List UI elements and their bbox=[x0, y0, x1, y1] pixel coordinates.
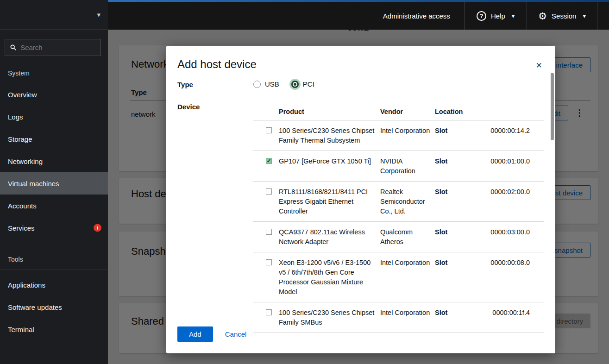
col-product: Product bbox=[279, 108, 380, 115]
search-icon bbox=[10, 44, 16, 51]
device-table: Product Vendor Location 100 Series/C230 … bbox=[253, 102, 544, 333]
dialog-footer: Add Cancel bbox=[177, 326, 246, 342]
nav-section-tools: Tools bbox=[0, 251, 108, 270]
warning-badge-icon: ! bbox=[94, 224, 101, 232]
administrative-access-label: Administrative access bbox=[383, 12, 450, 20]
device-checkbox-checked[interactable]: ✓ bbox=[266, 158, 272, 164]
device-row: 100 Series/C230 Series Chipset Family Th… bbox=[253, 120, 544, 151]
dialog-title: Add host device bbox=[166, 46, 555, 71]
type-label: Type bbox=[177, 80, 253, 88]
sidebar-item-services[interactable]: Services ! bbox=[0, 217, 108, 239]
device-vendor: Qualcomm Atheros bbox=[380, 227, 435, 247]
masthead-end-divider bbox=[597, 2, 609, 30]
session-label: Session bbox=[552, 12, 576, 20]
device-checkbox[interactable] bbox=[266, 309, 272, 315]
sidebar-item-label: Virtual machines bbox=[8, 180, 59, 188]
host-switcher[interactable]: ▾ bbox=[0, 0, 108, 30]
sidebar: ▾ System Overview Logs Storage Networkin… bbox=[0, 0, 108, 364]
sidebar-item-applications[interactable]: Applications bbox=[0, 274, 108, 296]
type-radio-group: USB PCI bbox=[253, 80, 544, 88]
device-vendor: NVIDIA Corporation bbox=[380, 157, 435, 176]
device-location: Slot 0000:02:00.0 bbox=[435, 187, 544, 216]
device-location: Slot 0000:00:14.2 bbox=[435, 126, 544, 145]
sidebar-item-terminal[interactable]: Terminal bbox=[0, 318, 108, 340]
device-vendor: Intel Corporation bbox=[380, 258, 435, 297]
device-checkbox[interactable] bbox=[266, 229, 272, 235]
close-icon[interactable]: ✕ bbox=[536, 61, 542, 70]
sidebar-item-label: Overview bbox=[8, 91, 37, 99]
device-location: Slot 0000:00:08.0 bbox=[435, 258, 544, 297]
add-button[interactable]: Add bbox=[177, 326, 213, 342]
chevron-down-icon: ▾ bbox=[512, 13, 515, 19]
masthead: Administrative access ? Help ▾ ⚙ Session… bbox=[108, 0, 609, 30]
gear-icon: ⚙ bbox=[538, 11, 547, 21]
sidebar-item-label: Storage bbox=[8, 135, 32, 143]
device-vendor: Intel Corporation bbox=[380, 126, 435, 145]
device-row: Xeon E3-1200 v5/v6 / E3-1500 v5 / 6th/7t… bbox=[253, 252, 544, 302]
radio-pci-label: PCI bbox=[303, 80, 314, 88]
col-location: Location bbox=[435, 108, 544, 115]
device-checkbox[interactable] bbox=[266, 259, 272, 265]
device-vendor: Realtek Semiconductor Co., Ltd. bbox=[380, 187, 435, 216]
sidebar-item-storage[interactable]: Storage bbox=[0, 128, 108, 150]
col-vendor: Vendor bbox=[380, 108, 435, 115]
search-input[interactable] bbox=[20, 44, 95, 51]
device-label: Device bbox=[177, 102, 253, 111]
sidebar-nav: System Overview Logs Storage Networking … bbox=[0, 65, 108, 340]
modal-scrollbar-thumb[interactable] bbox=[551, 73, 554, 140]
sidebar-item-overview[interactable]: Overview bbox=[0, 83, 108, 106]
help-icon: ? bbox=[477, 11, 486, 21]
sidebar-item-label: Applications bbox=[8, 281, 45, 289]
device-product: Xeon E3-1200 v5/v6 / E3-1500 v5 / 6th/7t… bbox=[279, 258, 380, 297]
nav-divider bbox=[0, 270, 108, 270]
session-menu[interactable]: ⚙ Session ▾ bbox=[527, 2, 597, 30]
device-row: QCA9377 802.11ac Wireless Network Adapte… bbox=[253, 222, 544, 252]
search-box bbox=[5, 39, 101, 56]
sidebar-item-label: Services bbox=[8, 224, 35, 232]
device-location: Slot 0000:03:00.0 bbox=[435, 227, 544, 247]
chevron-down-icon: ▾ bbox=[583, 13, 586, 19]
sidebar-item-label: Accounts bbox=[8, 202, 37, 210]
sidebar-item-label: Logs bbox=[8, 113, 23, 121]
sidebar-item-virtual-machines[interactable]: Virtual machines bbox=[0, 172, 108, 195]
sidebar-item-label: Networking bbox=[8, 157, 43, 165]
add-host-device-dialog: ✕ Add host device Type USB PCI Device bbox=[166, 46, 555, 353]
sidebar-item-software-updates[interactable]: Software updates bbox=[0, 296, 108, 318]
device-row: 100 Series/C230 Series Chipset Family SM… bbox=[253, 302, 544, 333]
device-row: RTL8111/8168/8211/8411 PCI Express Gigab… bbox=[253, 182, 544, 222]
help-label: Help bbox=[491, 12, 505, 20]
device-table-header: Product Vendor Location bbox=[253, 102, 544, 120]
device-product: 100 Series/C230 Series Chipset Family Th… bbox=[279, 126, 380, 145]
sidebar-item-label: Software updates bbox=[8, 303, 62, 311]
administrative-access-button[interactable]: Administrative access bbox=[369, 2, 464, 30]
radio-usb-circle[interactable] bbox=[253, 81, 261, 88]
device-location: Slot 0000:01:00.0 bbox=[435, 157, 544, 176]
radio-usb-label: USB bbox=[265, 80, 279, 88]
sidebar-item-networking[interactable]: Networking bbox=[0, 150, 108, 172]
help-menu[interactable]: ? Help ▾ bbox=[464, 2, 527, 30]
sidebar-item-label: Terminal bbox=[8, 326, 34, 333]
device-checkbox[interactable] bbox=[266, 127, 272, 133]
sidebar-item-accounts[interactable]: Accounts bbox=[0, 195, 108, 217]
cancel-button[interactable]: Cancel bbox=[225, 330, 247, 338]
device-vendor: Intel Corporation bbox=[380, 308, 435, 327]
nav-section-system: System bbox=[0, 65, 108, 83]
device-product: GP107 [GeForce GTX 1050 Ti] bbox=[279, 157, 380, 176]
chevron-down-icon: ▾ bbox=[97, 11, 100, 19]
device-location: Slot 0000:00:1f.4 bbox=[435, 308, 544, 327]
device-checkbox[interactable] bbox=[266, 188, 272, 195]
radio-usb[interactable]: USB bbox=[253, 80, 279, 88]
device-product: QCA9377 802.11ac Wireless Network Adapte… bbox=[279, 227, 380, 247]
device-product: 100 Series/C230 Series Chipset Family SM… bbox=[279, 308, 380, 327]
radio-pci-circle[interactable] bbox=[291, 81, 299, 88]
device-row: ✓ GP107 [GeForce GTX 1050 Ti] NVIDIA Cor… bbox=[253, 151, 544, 182]
radio-pci[interactable]: PCI bbox=[291, 80, 314, 88]
sidebar-item-logs[interactable]: Logs bbox=[0, 106, 108, 128]
device-product: RTL8111/8168/8211/8411 PCI Express Gigab… bbox=[279, 187, 380, 216]
check-icon: ✓ bbox=[267, 158, 271, 164]
